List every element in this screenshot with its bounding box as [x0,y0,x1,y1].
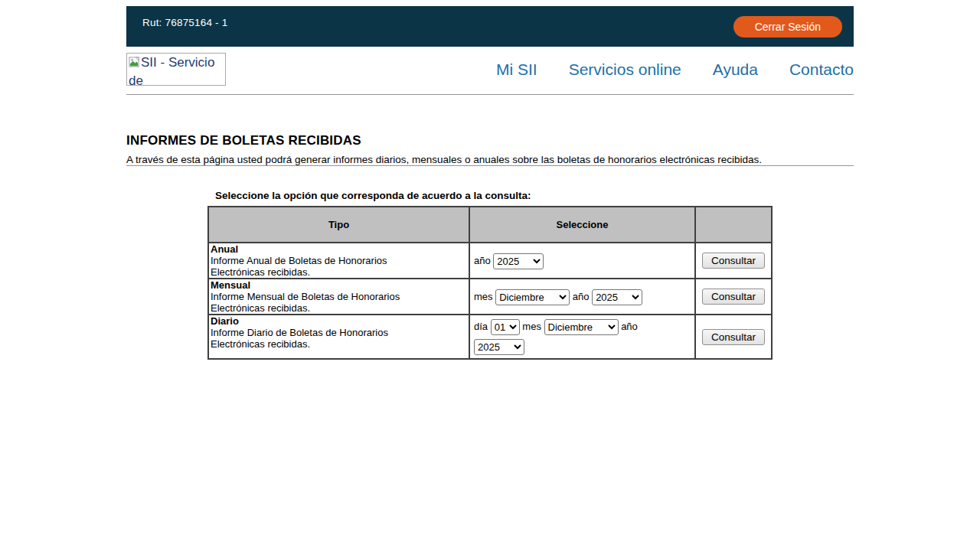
report-options-table: Tipo Seleccione Anual Informe Anual de B… [207,206,773,360]
page-description: A través de esta página usted podrá gene… [126,154,854,165]
table-row-mensual: Mensual Informe Mensual de Boletas de Ho… [208,279,772,315]
broken-image-icon [129,56,140,73]
diario-month-label: mes [522,321,541,332]
session-topbar: Rut: 76875164 - 1 Cerrar Sesión [126,6,854,47]
logout-button[interactable]: Cerrar Sesión [733,16,842,37]
header-divider [126,94,854,95]
mensual-year-select[interactable]: 2025 [592,289,642,305]
anual-action-cell: Consultar [695,243,772,279]
mensual-year-label: año [573,291,590,302]
mensual-type-label: Mensual [211,279,467,291]
page-title: INFORMES DE BOLETAS RECIBIDAS [126,133,854,148]
anual-consultar-button[interactable]: Consultar [702,253,765,269]
diario-day-label: día [474,321,488,332]
table-row-anual: Anual Informe Anual de Boletas de Honora… [208,243,772,279]
column-header-tipo: Tipo [208,207,469,243]
rut-label: Rut: 76875164 - 1 [142,17,227,28]
anual-controls-cell: año 2025 [469,243,695,279]
table-header-row: Tipo Seleccione [208,207,772,243]
anual-type-description: Informe Anual de Boletas de Honorarios E… [211,255,440,278]
mensual-consultar-button[interactable]: Consultar [702,289,765,305]
diario-type-cell: Diario Informe Diario de Boletas de Hono… [208,315,469,359]
anual-type-cell: Anual Informe Anual de Boletas de Honora… [208,243,469,279]
main-nav: Mi SII Servicios online Ayuda Contacto [496,60,854,79]
diario-type-label: Diario [211,315,467,327]
mensual-type-description: Informe Mensual de Boletas de Honorarios… [211,291,440,314]
diario-month-select[interactable]: Diciembre [544,319,619,335]
mensual-action-cell: Consultar [695,279,772,315]
site-header: SII - Servicio de Mi SII Servicios onlin… [126,47,854,94]
diario-type-description: Informe Diario de Boletas de Honorarios … [211,327,440,350]
column-header-empty [695,207,772,243]
nav-link-mi-sii[interactable]: Mi SII [496,60,537,79]
diario-controls-cell: día 01 mes Diciembre año 2025 [469,315,695,359]
table-row-diario: Diario Informe Diario de Boletas de Hono… [208,315,772,359]
anual-year-label: año [474,255,491,266]
column-header-seleccione: Seleccione [469,207,695,243]
diario-day-select[interactable]: 01 [491,319,520,335]
content-divider [126,165,854,166]
sii-logo-broken-image[interactable]: SII - Servicio de [126,53,226,86]
diario-action-cell: Consultar [695,315,772,359]
mensual-month-select[interactable]: Diciembre [495,289,570,305]
anual-type-label: Anual [211,243,467,255]
mensual-type-cell: Mensual Informe Mensual de Boletas de Ho… [208,279,469,315]
mensual-controls-cell: mes Diciembre año 2025 [469,279,695,315]
diario-year-select[interactable]: 2025 [474,339,524,355]
selection-prompt: Seleccione la opción que corresponda de … [215,190,854,201]
nav-link-contacto[interactable]: Contacto [789,60,854,79]
page-container: Rut: 76875164 - 1 Cerrar Sesión SII - Se… [126,6,854,360]
nav-link-ayuda[interactable]: Ayuda [713,60,758,79]
diario-consultar-button[interactable]: Consultar [702,329,765,345]
diario-year-label: año [621,321,638,332]
anual-year-select[interactable]: 2025 [493,253,544,269]
logo-alt-text: SII - Servicio de [129,55,214,86]
nav-link-servicios-online[interactable]: Servicios online [569,60,681,79]
mensual-month-label: mes [474,291,493,302]
